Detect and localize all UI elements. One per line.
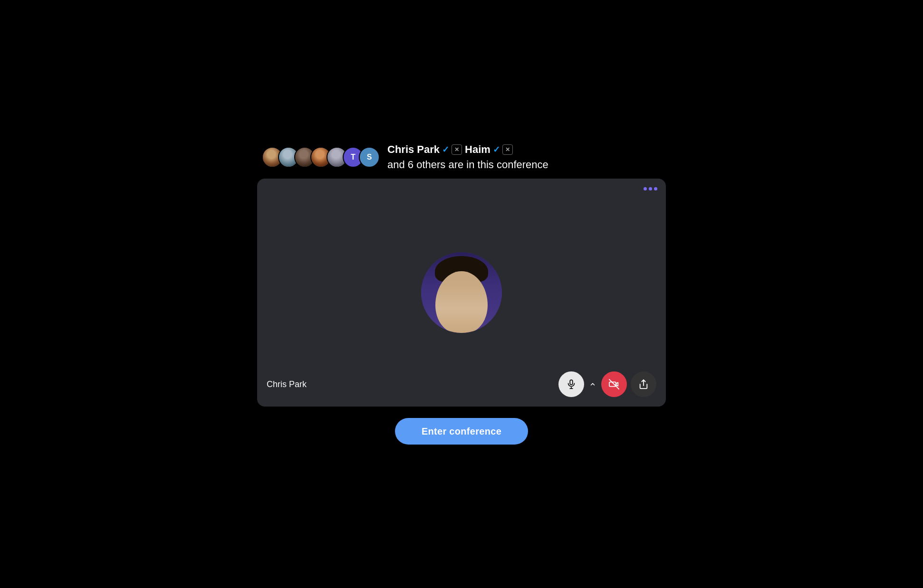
speaker-avatar xyxy=(421,252,502,333)
bottom-control-bar: Chris Park xyxy=(267,371,656,397)
conference-others-text: and 6 others are in this conference xyxy=(387,159,548,171)
avatar-letter-S-text: S xyxy=(367,153,372,161)
person1-name-tag: Chris Park ✓ ✕ xyxy=(387,143,462,156)
person2-verified-icon: ✓ xyxy=(493,144,500,155)
microphone-button[interactable] xyxy=(558,371,584,397)
person2-name: Haim xyxy=(465,143,490,156)
speaker-face xyxy=(421,252,502,333)
conference-header: T S Chris Park ✓ ✕ Haim ✓ ✕ and 6 others… xyxy=(257,143,666,171)
avatar-stack: T S xyxy=(262,147,380,168)
more-options-button[interactable] xyxy=(644,187,657,190)
avatar-participant-S: S xyxy=(359,147,380,168)
person2-x-badge: ✕ xyxy=(502,144,513,155)
avatar-letter-T-text: T xyxy=(351,153,356,161)
control-buttons xyxy=(558,371,656,397)
conference-participants-label: Chris Park ✓ ✕ Haim ✓ ✕ and 6 others are… xyxy=(387,143,666,171)
video-toggle-button[interactable] xyxy=(601,371,627,397)
dot-2 xyxy=(649,187,652,190)
page-container: T S Chris Park ✓ ✕ Haim ✓ ✕ and 6 others… xyxy=(257,143,666,445)
svg-rect-0 xyxy=(570,380,573,385)
speaker-face-inner xyxy=(435,271,488,333)
svg-line-4 xyxy=(609,379,619,389)
share-icon xyxy=(638,379,649,389)
video-off-icon xyxy=(609,379,619,389)
person2-name-tag: Haim ✓ ✕ xyxy=(465,143,513,156)
video-card: Chris Park xyxy=(257,179,666,407)
participant-name-label: Chris Park xyxy=(267,379,307,389)
share-screen-button[interactable] xyxy=(631,371,656,397)
microphone-icon xyxy=(566,379,577,389)
enter-conference-button[interactable]: Enter conference xyxy=(395,418,528,445)
person1-name: Chris Park xyxy=(387,143,440,156)
chevron-up-icon xyxy=(589,381,596,388)
dot-3 xyxy=(654,187,657,190)
person1-verified-icon: ✓ xyxy=(442,144,449,155)
audio-options-chevron[interactable] xyxy=(588,379,597,389)
dot-1 xyxy=(644,187,647,190)
person1-x-badge: ✕ xyxy=(452,144,462,155)
